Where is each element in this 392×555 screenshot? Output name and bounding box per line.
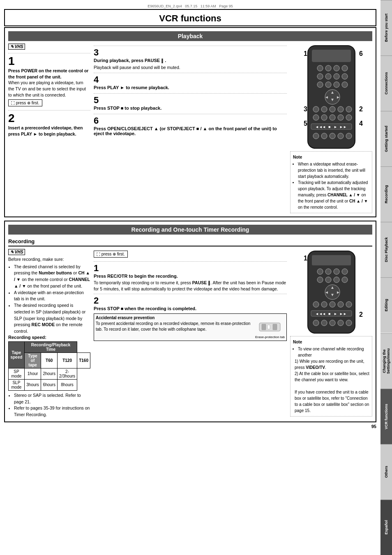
erasure-svg [258, 321, 281, 335]
step-2-num: 2 [8, 113, 90, 124]
recording-subheader: Recording [8, 237, 372, 246]
tab-disc-playback[interactable]: Disc Playback [380, 222, 392, 277]
recording-col-mid: ⛶ press ⊕ first. 1 Press REC/OTR to begi… [94, 249, 287, 418]
side-tabs: Before you start Connections Getting sta… [380, 0, 392, 555]
table-subheader-t160: T160 [77, 352, 90, 368]
recording-col-left: VHS Before recording, make sure: The des… [8, 249, 90, 418]
table-row-sp: SP mode1hour2hours2-2/3hours [9, 368, 90, 379]
step-1-num: 1 [8, 55, 90, 67]
tab-getting-started[interactable]: Getting started [380, 111, 392, 166]
svg-text:◄◄: ◄◄ [315, 125, 323, 129]
svg-point-10 [317, 82, 323, 88]
svg-point-28 [346, 115, 352, 120]
tab-espanol[interactable]: Español [380, 500, 392, 555]
recording-note-timer: Refer to pages 35-39 for instructions on… [14, 405, 90, 418]
tab-changing-settings[interactable]: Changing the Settings/menu [380, 333, 392, 389]
note-bullet-2: Tracking will be automatically adjusted … [298, 180, 369, 210]
svg-text:◄: ◄ [322, 312, 326, 316]
recording-section: Recording and One-touch Timer Recording … [4, 221, 376, 422]
svg-point-5 [342, 65, 348, 71]
svg-rect-48 [267, 325, 270, 329]
svg-point-37 [330, 133, 335, 139]
svg-text:■: ■ [328, 125, 330, 129]
svg-point-52 [317, 269, 323, 274]
recording-note-stereo: Stereo or SAP is selected. Refer to page… [14, 392, 90, 405]
tab-connections[interactable]: Connections [380, 55, 392, 111]
recording-speed-table: Tape speed Recording/Playback Time Type … [8, 341, 90, 391]
svg-text:2: 2 [359, 311, 363, 318]
tab-vcr-functions[interactable]: VCR functions [380, 389, 392, 444]
svg-rect-49 [273, 324, 277, 330]
svg-text:►: ► [334, 312, 337, 316]
tab-recording[interactable]: Recording [380, 166, 392, 222]
erasure-img-label: Erase-protection tab [255, 335, 285, 339]
svg-point-58 [334, 277, 339, 283]
rec-step-2-title: Press STOP ■ when the recording is compl… [94, 306, 287, 311]
recording-header: Recording and One-touch Timer Recording [8, 225, 372, 235]
svg-point-7 [325, 74, 331, 79]
playback-section: Playback VHS 1 Press POWER on the remote… [4, 27, 376, 217]
svg-point-23 [346, 106, 352, 112]
erasure-img-wrap: Erase-protection tab [255, 321, 285, 339]
table-header-rectime: Recording/Playback Time [24, 341, 77, 352]
svg-text:5: 5 [304, 120, 307, 127]
svg-text:►►: ►► [339, 312, 347, 316]
svg-point-36 [321, 133, 327, 139]
svg-point-80 [346, 320, 352, 326]
svg-point-59 [342, 277, 348, 283]
table-header-tapespeed: Tape speed [9, 341, 25, 368]
rec-note-1: To view one channel while recording anot… [298, 346, 369, 358]
svg-point-65 [313, 302, 319, 307]
svg-point-13 [342, 82, 348, 88]
rec-step-2-num: 2 [94, 296, 287, 305]
step-4-num: 4 [94, 75, 287, 84]
step-5-num: 5 [94, 96, 287, 105]
svg-point-56 [317, 277, 323, 283]
svg-point-19 [313, 106, 319, 112]
svg-point-4 [334, 65, 339, 71]
svg-point-35 [313, 133, 319, 139]
note-box-recording: Note To view one channel while recording… [290, 336, 372, 417]
rec-step-1-title: Press REC/OTR to begin the recording. [94, 274, 287, 279]
svg-point-66 [321, 302, 327, 307]
svg-point-9 [342, 74, 348, 79]
svg-point-3 [325, 65, 331, 71]
svg-text:◄: ◄ [322, 125, 326, 129]
svg-text:4: 4 [359, 120, 363, 127]
svg-point-25 [321, 115, 327, 120]
svg-text:▼: ▼ [330, 97, 334, 102]
step-2-body: Insert a prerecorded videotape, then pre… [8, 125, 90, 137]
recording-speed-label: Recording speed: [8, 335, 90, 340]
tab-editing[interactable]: Editing [380, 277, 392, 333]
rec-step-1-num: 1 [94, 264, 287, 273]
svg-point-22 [338, 106, 344, 112]
svg-text:1: 1 [304, 50, 307, 57]
table-subheader-type: Type of tape [24, 352, 41, 368]
page-number: 95 [4, 422, 376, 431]
erasure-text: To prevent accidental recording on a rec… [96, 321, 253, 332]
tab-others[interactable]: Others [380, 444, 392, 500]
tab-before-you-start[interactable]: Before you start [380, 0, 392, 55]
svg-text:►: ► [334, 125, 337, 129]
playback-col-mid: 3 During playback, press PAUSE ‖ . Playb… [94, 44, 287, 213]
svg-text:1: 1 [304, 255, 307, 262]
svg-point-2 [317, 65, 323, 71]
svg-point-11 [325, 82, 331, 88]
svg-point-20 [321, 106, 327, 112]
svg-rect-1 [312, 50, 351, 62]
svg-text:◄: ◄ [325, 95, 329, 99]
svg-point-21 [330, 106, 335, 112]
table-row-slp: SLP mode3hours6hours8hours [9, 379, 90, 390]
svg-text:►: ► [336, 290, 340, 295]
svg-text:►: ► [336, 95, 340, 99]
remote-image-playback: ▲ ▼ ◄ ► [290, 44, 372, 151]
svg-text:3: 3 [304, 106, 307, 113]
svg-text:◄◄: ◄◄ [315, 312, 323, 316]
playback-header: Playback [8, 31, 372, 41]
svg-point-27 [338, 115, 344, 120]
step-3-title: During playback, press PAUSE ‖ . [94, 58, 287, 63]
rec-note-body: 1) While you are recording on the unit, … [293, 358, 369, 414]
svg-text:■: ■ [328, 312, 330, 316]
svg-point-57 [325, 277, 331, 283]
svg-rect-51 [312, 255, 351, 265]
